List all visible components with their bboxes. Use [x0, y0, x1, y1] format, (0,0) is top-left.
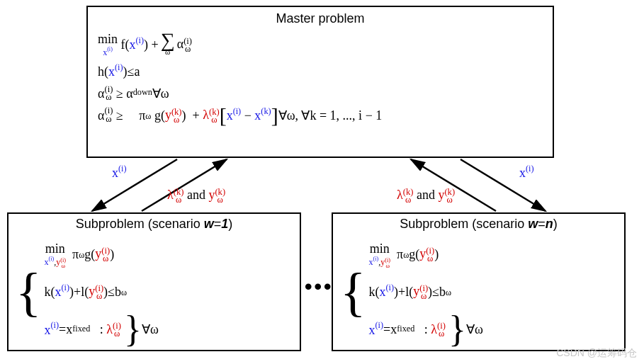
master-constraint-alpha-lb: α(i)ω ≥ αdown ∀ω	[98, 85, 543, 102]
master-constraint-cut: α(i)ω ≥ πω g(y(k)ω) + λ(k)ω [ x(i) − x(k…	[98, 106, 543, 124]
subproblem-n-box: Subproblem (scenario w=n) { min x(i),y(i…	[332, 212, 626, 351]
watermark-text: CSDN @运筹码仓	[556, 347, 637, 360]
arrow-label-left-down: x(i)	[112, 164, 127, 181]
subproblem-1-math: { min x(i),y(i)ω πωg(y(i)ω) k(x(i)) + l(…	[16, 236, 293, 348]
arrow-label-right-down: x(i)	[519, 164, 534, 181]
arrow-label-right-up: λ(k)ω and y(k)ω	[397, 188, 455, 204]
subproblem-1-box: Subproblem (scenario w=1) { min x(i),y(i…	[7, 212, 301, 351]
ellipsis-dots: •••	[305, 275, 334, 299]
master-problem-box: Master problem min x(i) f(x(i)) + ∑ω α(i…	[86, 6, 554, 158]
subproblem-n-math: { min x(i),y(i)ω πωg(y(i)ω) k(x(i)) + l(…	[340, 236, 617, 348]
master-title: Master problem	[98, 11, 543, 26]
master-math: min x(i) f(x(i)) + ∑ω α(i)ω h(x(i)) ≤ a …	[98, 30, 543, 124]
master-constraint-h: h(x(i)) ≤ a	[98, 62, 543, 80]
arrow-label-left-up: λ(k)ω and y(k)ω	[167, 188, 225, 204]
subproblem-n-title: Subproblem (scenario w=n)	[340, 217, 617, 232]
svg-line-0	[92, 159, 177, 211]
master-objective: min x(i) f(x(i)) + ∑ω α(i)ω	[98, 30, 543, 58]
subproblem-1-title: Subproblem (scenario w=1)	[16, 217, 293, 232]
